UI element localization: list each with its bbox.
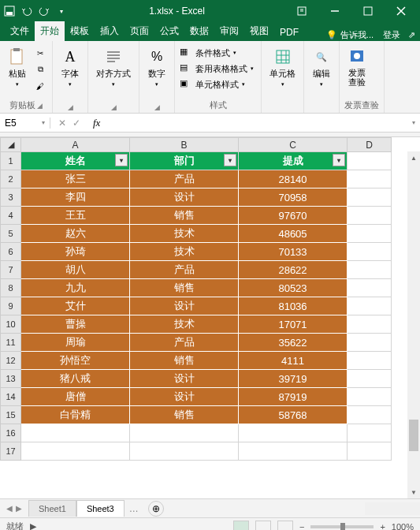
filter-icon[interactable]: ▾	[224, 154, 236, 166]
cell[interactable]	[348, 370, 392, 388]
invoice-button[interactable]: 发票 查验	[344, 46, 370, 88]
cell-val[interactable]: 4111	[239, 352, 348, 370]
zoom-level[interactable]: 100%	[392, 522, 414, 531]
scroll-thumb[interactable]	[409, 420, 418, 451]
tab-review[interactable]: 审阅	[214, 21, 244, 41]
view-break-icon[interactable]	[277, 521, 293, 531]
cell-val[interactable]: 81036	[239, 297, 348, 315]
cell-name[interactable]: 猪八戒	[21, 370, 130, 388]
tell-me[interactable]: 告诉我...	[340, 29, 374, 41]
cell[interactable]	[239, 424, 348, 442]
cell[interactable]	[348, 261, 392, 279]
cell-name[interactable]: 白骨精	[21, 406, 130, 424]
login-link[interactable]: 登录	[383, 29, 400, 41]
zoom-slider[interactable]	[310, 525, 374, 528]
save-icon[interactable]	[3, 5, 16, 17]
row-header[interactable]: 3	[1, 188, 21, 207]
cell[interactable]	[130, 424, 239, 442]
cell-val[interactable]: 35622	[239, 334, 348, 352]
tab-pdf[interactable]: PDF	[274, 24, 304, 41]
row-header[interactable]: 2	[1, 170, 21, 188]
cell[interactable]	[21, 442, 130, 461]
cell[interactable]	[348, 315, 392, 334]
record-macro-icon[interactable]: ▶	[30, 521, 36, 530]
cell-dept[interactable]: 设计	[130, 370, 239, 388]
cell-val[interactable]: 48605	[239, 225, 348, 243]
row-header[interactable]: 13	[1, 370, 21, 388]
copy-icon[interactable]: ⧉	[33, 62, 47, 77]
cell[interactable]	[348, 297, 392, 315]
cell[interactable]	[348, 170, 392, 188]
add-sheet-button[interactable]: ⊕	[148, 501, 164, 517]
cell[interactable]	[239, 442, 348, 461]
table-header[interactable]: 部门▾	[130, 152, 239, 170]
table-header[interactable]: 姓名▾	[21, 152, 130, 170]
cell-dept[interactable]: 产品	[130, 334, 239, 352]
minimize-button[interactable]	[319, 0, 351, 22]
redo-icon[interactable]	[38, 5, 50, 17]
tab-template[interactable]: 模板	[65, 21, 95, 41]
cell[interactable]	[348, 279, 392, 297]
cell-name[interactable]: 赵六	[21, 225, 130, 243]
close-button[interactable]	[385, 0, 417, 22]
row-header[interactable]: 15	[1, 406, 21, 424]
cond-format-button[interactable]: ▦条件格式▾	[180, 46, 236, 60]
cell-val[interactable]: 80523	[239, 279, 348, 297]
horizontal-scrollbar[interactable]	[365, 502, 420, 515]
tab-file[interactable]: 文件	[5, 21, 35, 41]
cell-dept[interactable]: 销售	[130, 207, 239, 225]
cell[interactable]	[348, 207, 392, 225]
row-header[interactable]: 4	[1, 207, 21, 225]
cell-val[interactable]: 58768	[239, 406, 348, 424]
cut-icon[interactable]: ✂	[33, 46, 47, 60]
name-box[interactable]: E5▾	[0, 118, 50, 129]
cell[interactable]	[348, 225, 392, 243]
font-launcher[interactable]: ◢	[68, 103, 73, 111]
share-icon[interactable]: ⇗	[408, 30, 415, 40]
cell-name[interactable]: 张三	[21, 170, 130, 188]
row-header[interactable]: 16	[1, 424, 21, 442]
align-button[interactable]: 对齐方式▾	[93, 46, 134, 89]
filter-icon[interactable]: ▾	[115, 154, 128, 166]
grid[interactable]: ◢ABCD1姓名▾部门▾提成▾2张三产品281403李四设计709584王五销售…	[0, 137, 420, 498]
edit-button[interactable]: 🔍编辑▾	[309, 46, 334, 89]
row-header[interactable]: 11	[1, 334, 21, 352]
table-header[interactable]: 提成▾	[239, 152, 348, 170]
cell-val[interactable]: 97670	[239, 207, 348, 225]
cell-val[interactable]: 70958	[239, 188, 348, 207]
cell-dept[interactable]: 产品	[130, 170, 239, 188]
col-header-C[interactable]: C	[239, 138, 348, 152]
cell-dept[interactable]: 销售	[130, 352, 239, 370]
cell-name[interactable]: 胡八	[21, 261, 130, 279]
cell-name[interactable]: 曹操	[21, 315, 130, 334]
cell-val[interactable]: 87919	[239, 388, 348, 406]
cell-name[interactable]: 李四	[21, 188, 130, 207]
cell[interactable]	[21, 424, 130, 442]
cell[interactable]	[348, 243, 392, 261]
col-header-A[interactable]: A	[21, 138, 130, 152]
cell-dept[interactable]: 技术	[130, 243, 239, 261]
cell-dept[interactable]: 设计	[130, 388, 239, 406]
sheet-tab-sheet1[interactable]: Sheet1	[28, 500, 76, 517]
cells-button[interactable]: 单元格▾	[266, 46, 299, 89]
paste-button[interactable]: 粘贴 ▾	[5, 46, 30, 89]
cancel-formula-icon[interactable]: ✕	[58, 118, 66, 129]
row-header[interactable]: 9	[1, 297, 21, 315]
cell[interactable]	[348, 188, 392, 207]
cell[interactable]	[348, 388, 392, 406]
ribbon-options-icon[interactable]	[286, 0, 318, 22]
row-header[interactable]: 7	[1, 261, 21, 279]
qat-more-icon[interactable]: ▾	[55, 5, 68, 17]
row-header[interactable]: 12	[1, 352, 21, 370]
tab-view[interactable]: 视图	[244, 21, 274, 41]
vertical-scrollbar[interactable]: ▲ ▼	[407, 151, 420, 498]
cell-name[interactable]: 周瑜	[21, 334, 130, 352]
scroll-down-icon[interactable]: ▼	[407, 486, 420, 498]
col-header-D[interactable]: D	[348, 138, 392, 152]
sheet-nav-prev[interactable]: ◀	[6, 504, 13, 513]
cell-val[interactable]: 28140	[239, 170, 348, 188]
cell-dept[interactable]: 销售	[130, 279, 239, 297]
cell-dept[interactable]: 技术	[130, 315, 239, 334]
tab-page[interactable]: 页面	[125, 21, 154, 41]
cell[interactable]	[348, 334, 392, 352]
